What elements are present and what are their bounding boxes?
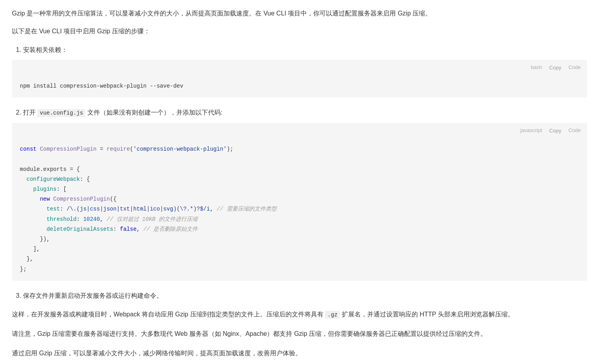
steps-intro: 以下是在 Vue CLI 项目中启用 Gzip 压缩的步骤： [12, 26, 587, 36]
outro-text-2: 请注意，Gzip 压缩需要在服务器端进行支持。大多数现代 Web 服务器（如 N… [12, 328, 587, 340]
outro-text-3: 通过启用 Gzip 压缩，可以显著减小文件大小，减少网络传输时间，提高页面加载速… [12, 348, 587, 359]
step-2-label-suffix: 文件（如果没有则创建一个），并添加以下代码: [85, 109, 222, 116]
step-2-label-prefix: 2. 打开 [16, 109, 37, 116]
step-2: 2. 打开 vue.config.js 文件（如果没有则创建一个），并添加以下代… [12, 107, 587, 280]
step-3: 3. 保存文件并重新启动开发服务器或运行构建命令。 [12, 290, 587, 301]
step-2-code-block: javascript Copy Code const CompressionPl… [12, 123, 587, 281]
step-2-label-code: vue.config.js [37, 109, 85, 117]
outro-text-1-after: 扩展名，并通过设置响应的 HTTP 头部来启用浏览器解压缩。 [340, 311, 514, 318]
step-1-code-label: Code [568, 63, 581, 72]
step-2-copy-button[interactable]: Copy [547, 127, 564, 134]
step-2-code-label: Code [568, 126, 581, 135]
step-2-code: const CompressionPlugin = require('compr… [12, 138, 587, 280]
step-1-code: npm install compression-webpack-plugin -… [12, 75, 587, 98]
step-2-lang-label: javascript [520, 126, 542, 135]
step-1-label: 1. 安装相关依赖： [12, 44, 587, 55]
step-1-copy-button[interactable]: Copy [547, 64, 564, 71]
outro-text-1-before: 这样，在开发服务器或构建项目时，Webpack 将自动应用 Gzip 压缩到指定… [12, 311, 325, 318]
step-1-code-header: bash Copy Code [12, 60, 587, 75]
intro-text-1: Gzip 是一种常用的文件压缩算法，可以显著减小文件的大小，从而提高页面加载速度… [12, 8, 587, 19]
step-2-code-header: javascript Copy Code [12, 123, 587, 138]
step-2-label: 2. 打开 vue.config.js 文件（如果没有则创建一个），并添加以下代… [12, 107, 587, 118]
gz-code: .gz [325, 311, 340, 319]
step-3-label: 3. 保存文件并重新启动开发服务器或运行构建命令。 [12, 290, 587, 301]
step-1: 1. 安装相关依赖： bash Copy Code npm install co… [12, 44, 587, 98]
step-1-lang-label: bash [531, 63, 542, 72]
page-container: Gzip 是一种常用的文件压缩算法，可以显著减小文件的大小，从而提高页面加载速度… [0, 0, 599, 364]
step-1-code-block: bash Copy Code npm install compression-w… [12, 60, 587, 98]
outro-text-1: 这样，在开发服务器或构建项目时，Webpack 将自动应用 Gzip 压缩到指定… [12, 309, 587, 320]
